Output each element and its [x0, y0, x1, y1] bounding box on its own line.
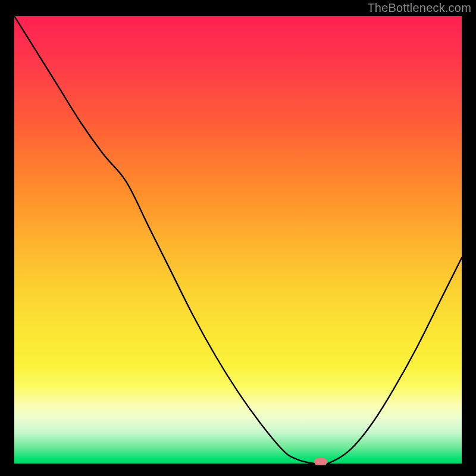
bottleneck-curve: [14, 16, 462, 464]
curve-path: [14, 16, 462, 464]
chart-container: TheBottleneck.com: [0, 0, 476, 476]
optimal-marker: [314, 458, 327, 465]
plot-area: [14, 16, 462, 464]
attribution-text: TheBottleneck.com: [367, 1, 471, 15]
